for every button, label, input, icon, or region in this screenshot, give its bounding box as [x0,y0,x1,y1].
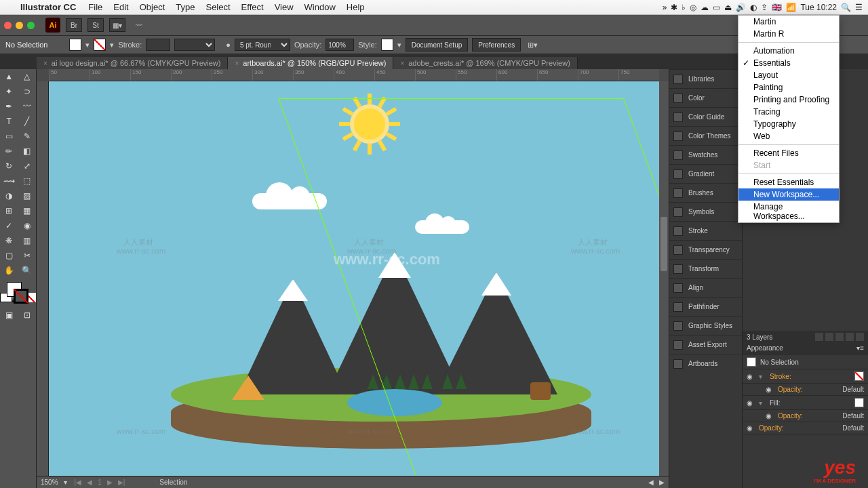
perspective-tool[interactable]: ▨ [18,188,37,203]
ws-reset-essentials[interactable]: Reset Essentials [738,176,839,188]
scroll-left-icon[interactable]: ◀ [648,479,654,486]
curvature-tool[interactable]: 〰 [18,99,37,114]
sys-icon[interactable]: ▭ [713,3,720,12]
dropdown-icon[interactable]: ▾ [397,41,401,49]
visibility-icon[interactable]: ◉ [747,424,755,432]
sys-wifi-icon[interactable]: 📶 [786,3,796,12]
symbol-sprayer-tool[interactable]: ❋ [0,233,18,248]
app-name[interactable]: Illustrator CC [14,2,83,12]
eraser-tool[interactable]: ◧ [18,144,37,159]
dropdown-icon[interactable]: ▾ [110,41,114,49]
shape-builder-tool[interactable]: ◑ [0,188,18,203]
panel-color-guide[interactable]: Color Guide [669,107,742,126]
fill-swatch[interactable] [69,39,81,51]
ws-printing[interactable]: Printing and Proofing [738,94,839,106]
ws-martin[interactable]: Martin [738,16,839,28]
eyedropper-tool[interactable]: ✓ [0,218,18,233]
vertical-scrollbar[interactable] [659,81,669,476]
sys-icon[interactable]: ⏏ [724,3,732,12]
panel-transform[interactable]: Transform [669,259,742,278]
selection-tool[interactable]: ▲ [0,69,18,84]
panel-menu-icon[interactable]: ▾≡ [856,344,864,354]
stock-icon[interactable]: St [87,18,104,32]
ws-martin-r[interactable]: Martin R [738,28,839,40]
ws-manage-workspaces[interactable]: Manage Workspaces... [738,201,839,222]
layers-new-icon[interactable] [846,333,854,341]
close-tab-icon[interactable]: × [400,60,404,67]
scale-tool[interactable]: ⤢ [18,159,37,174]
width-tool[interactable]: ⟿ [0,174,18,188]
artboard[interactable]: 人人素材 www.rr-sc.com 人人素材 www.rr-sc.com 人人… [49,81,659,476]
menu-file[interactable]: File [83,2,108,12]
layers-locate-icon[interactable] [815,333,823,341]
maximize-button[interactable] [27,22,35,29]
first-icon[interactable]: |◀ [73,479,84,486]
ws-painting[interactable]: Painting [738,81,839,94]
stroke-profile-select[interactable] [174,39,215,51]
ws-new-workspace[interactable]: New Workspace... [738,188,839,201]
sys-icon[interactable]: ◎ [690,3,696,12]
menu-edit[interactable]: Edit [108,2,134,12]
close-tab-icon[interactable]: × [43,60,47,67]
panel-transparency[interactable]: Transparency [669,240,742,259]
sys-volume-icon[interactable]: 🔊 [736,3,746,12]
panel-color[interactable]: Color [669,88,742,107]
stroke-swatch[interactable] [94,39,106,51]
prev-icon[interactable]: ◀ [85,479,94,486]
opacity-input[interactable] [326,39,354,51]
layers-sublayer-icon[interactable] [835,333,844,341]
sys-icon[interactable]: ◐ [750,3,757,12]
panel-artboards[interactable]: Artboards [669,354,742,373]
ws-web[interactable]: Web [738,130,839,142]
menu-effect[interactable]: Effect [236,2,269,12]
hand-tool[interactable]: ✋ [0,263,18,278]
last-icon[interactable]: ▶| [116,479,127,486]
sys-wifi-icon[interactable]: ⇪ [761,3,768,12]
gpu-icon[interactable]: 〰 [131,18,147,32]
sys-flag-icon[interactable]: 🇬🇧 [772,3,782,12]
graph-tool[interactable]: ▥ [18,233,37,248]
panel-asset-export[interactable]: Asset Export [669,335,742,354]
shaper-tool[interactable]: ✏ [0,144,18,159]
screen-mode-toggle[interactable]: ⊡ [18,308,37,323]
panel-brushes[interactable]: Brushes [669,183,742,202]
panel-align[interactable]: Align [669,278,742,297]
sys-clock[interactable]: Tue 10:22 [800,3,837,12]
panel-libraries[interactable]: Libraries [669,69,742,88]
fill-swatch[interactable] [854,398,864,407]
visibility-icon[interactable]: ◉ [747,373,755,380]
arrange-icon[interactable]: ▦▾ [109,18,125,32]
ws-essentials[interactable]: Essentials [738,57,839,69]
mesh-tool[interactable]: ⊞ [0,203,18,218]
artboard-tool[interactable]: ▢ [0,248,18,263]
menu-window[interactable]: Window [299,2,341,12]
visibility-icon[interactable]: ◉ [766,412,774,420]
sys-menu-icon[interactable]: ☰ [855,3,863,12]
visibility-icon[interactable]: ◉ [747,399,755,407]
menu-object[interactable]: Object [134,2,171,12]
bridge-icon[interactable]: Br [66,18,82,32]
fill-stroke-indicator[interactable] [0,278,36,308]
free-transform-tool[interactable]: ⬚ [18,174,37,188]
ws-automation[interactable]: Automation [738,45,839,57]
slice-tool[interactable]: ✂ [18,248,37,263]
line-tool[interactable]: ╱ [18,114,37,129]
align-icon[interactable]: ⊞▾ [528,41,538,49]
menu-select[interactable]: Select [200,2,235,12]
menu-type[interactable]: Type [170,2,200,12]
stroke-color[interactable] [14,289,28,304]
zoom-tool[interactable]: 🔍 [18,263,37,278]
tab-logo-design[interactable]: ×ai logo design.ai* @ 66.67% (CMYK/GPU P… [37,57,228,69]
close-button[interactable] [4,22,12,29]
panel-graphic-styles[interactable]: Graphic Styles [669,316,742,335]
blend-tool[interactable]: ◉ [18,218,37,233]
sys-icon[interactable]: ✱ [671,3,677,12]
sys-icon[interactable]: ☁ [701,3,709,12]
direct-selection-tool[interactable]: △ [18,69,37,84]
twirl-icon[interactable]: ▾ [759,399,766,407]
sys-search-icon[interactable]: 🔍 [841,3,851,12]
stroke-swatch[interactable] [854,371,864,381]
sys-icon[interactable]: » [663,3,667,12]
ruler-vertical[interactable] [37,81,49,476]
panel-color-themes[interactable]: Color Themes [669,126,742,145]
